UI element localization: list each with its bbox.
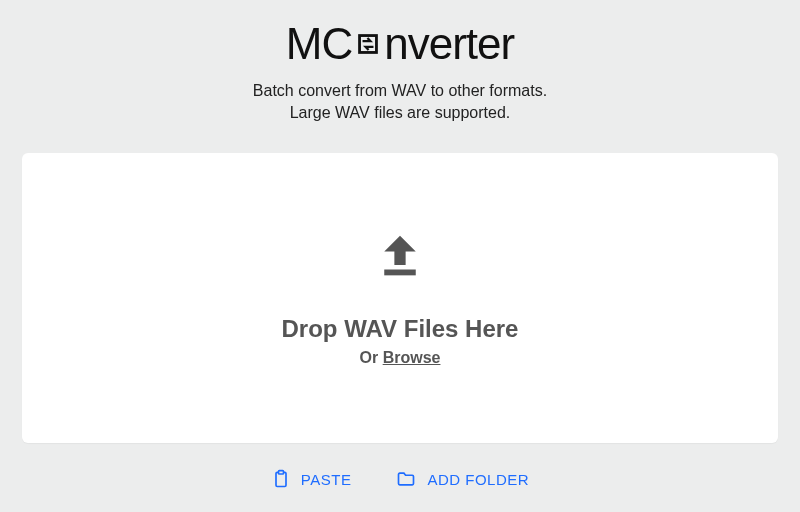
add-folder-button[interactable]: ADD FOLDER bbox=[391, 463, 533, 495]
add-folder-label: ADD FOLDER bbox=[427, 471, 529, 488]
folder-icon bbox=[395, 469, 417, 489]
clipboard-icon bbox=[271, 469, 291, 489]
logo-text-post: nverter bbox=[384, 22, 514, 66]
paste-button[interactable]: PASTE bbox=[267, 463, 356, 495]
action-bar: PASTE ADD FOLDER bbox=[267, 463, 533, 495]
svg-rect-1 bbox=[384, 270, 416, 276]
dropzone-or-line: Or Browse bbox=[360, 349, 441, 367]
upload-icon bbox=[373, 229, 427, 287]
file-dropzone[interactable]: Drop WAV Files Here Or Browse bbox=[22, 153, 778, 443]
page-subtitle: Batch convert from WAV to other formats.… bbox=[253, 80, 547, 123]
swap-icon bbox=[354, 30, 382, 58]
logo-text-pre: MC bbox=[286, 22, 352, 66]
svg-rect-3 bbox=[278, 471, 283, 474]
paste-label: PASTE bbox=[301, 471, 352, 488]
subtitle-line-1: Batch convert from WAV to other formats. bbox=[253, 80, 547, 102]
or-prefix: Or bbox=[360, 349, 383, 366]
subtitle-line-2: Large WAV files are supported. bbox=[253, 102, 547, 124]
browse-link[interactable]: Browse bbox=[383, 349, 441, 366]
app-logo: MC nverter bbox=[286, 22, 514, 66]
dropzone-title: Drop WAV Files Here bbox=[282, 315, 519, 343]
